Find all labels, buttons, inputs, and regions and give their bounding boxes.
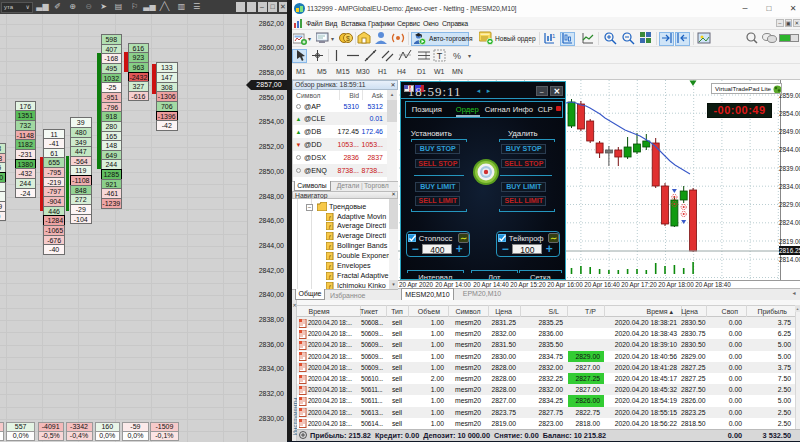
svg-text:1: 1: [552, 33, 556, 39]
svg-text:%: %: [453, 51, 461, 61]
svg-text:$: $: [346, 35, 350, 42]
svg-text:T: T: [437, 51, 443, 61]
